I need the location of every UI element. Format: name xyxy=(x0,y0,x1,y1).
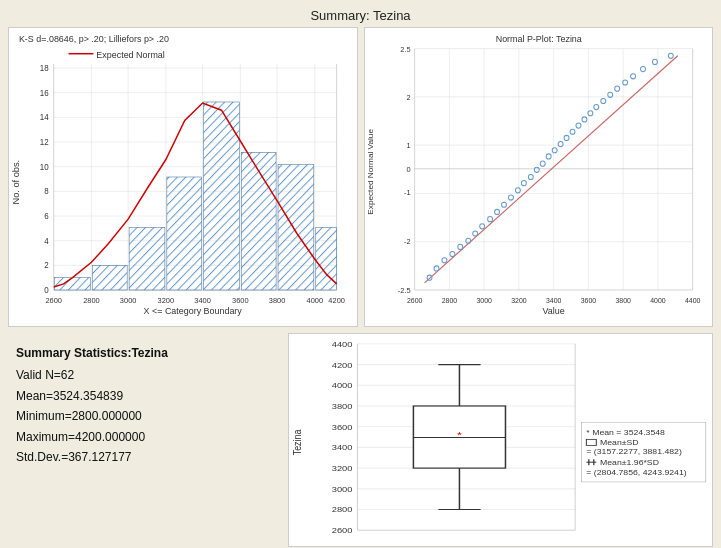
svg-text:3000: 3000 xyxy=(332,485,353,494)
ppplot-title: Normal P-Plot: Tezina xyxy=(495,34,582,44)
svg-text:10: 10 xyxy=(40,163,49,172)
svg-text:0: 0 xyxy=(44,286,49,295)
svg-text:-1: -1 xyxy=(404,188,411,197)
boxplot-panel: Tezina 4400 4200 4000 3800 3600 xyxy=(288,333,713,547)
svg-text:4400: 4400 xyxy=(332,340,353,349)
svg-text:18: 18 xyxy=(40,64,49,73)
svg-rect-43 xyxy=(129,227,165,290)
svg-text:*: * xyxy=(457,429,463,440)
svg-text:3600: 3600 xyxy=(580,297,596,304)
svg-text:6: 6 xyxy=(44,212,49,221)
stats-title: Summary Statistics:Tezina xyxy=(16,343,280,363)
svg-text:4200: 4200 xyxy=(328,296,345,305)
stats-minimum: Minimum=2800.000000 xyxy=(16,406,280,426)
svg-text:Mean±SD: Mean±SD xyxy=(600,439,639,447)
svg-text:3000: 3000 xyxy=(120,296,137,305)
svg-text:0: 0 xyxy=(406,165,410,174)
svg-text:3600: 3600 xyxy=(232,296,249,305)
svg-text:2.5: 2.5 xyxy=(400,45,410,54)
svg-text:3200: 3200 xyxy=(158,296,175,305)
svg-text:4: 4 xyxy=(44,237,49,246)
legend-text: Expected Normal xyxy=(96,50,164,60)
svg-text:= (2804.7856, 4243.9241): = (2804.7856, 4243.9241) xyxy=(586,469,687,477)
ppplot-y-label: Expected Normal Value xyxy=(366,128,375,214)
svg-text:* Mean = 3524.3548: * Mean = 3524.3548 xyxy=(586,428,665,436)
svg-text:-2: -2 xyxy=(404,237,411,246)
svg-text:3600: 3600 xyxy=(332,423,353,432)
svg-text:2800: 2800 xyxy=(83,296,100,305)
svg-text:4400: 4400 xyxy=(684,297,700,304)
svg-text:3000: 3000 xyxy=(476,297,492,304)
svg-text:3200: 3200 xyxy=(332,464,353,473)
svg-text:2600: 2600 xyxy=(332,526,353,535)
svg-text:= (3157.2277, 3881.482): = (3157.2277, 3881.482) xyxy=(586,448,682,456)
svg-rect-149 xyxy=(586,440,596,446)
svg-text:2800: 2800 xyxy=(441,297,457,304)
svg-text:4000: 4000 xyxy=(650,297,666,304)
page-title: Summary: Tezina xyxy=(0,0,721,27)
svg-text:3400: 3400 xyxy=(194,296,211,305)
ppplot-panel: Normal P-Plot: Tezina Expected Normal Va… xyxy=(364,27,714,327)
svg-text:3200: 3200 xyxy=(511,297,527,304)
svg-rect-47 xyxy=(278,165,314,290)
svg-text:2600: 2600 xyxy=(406,297,422,304)
stats-mean: Mean=3524.354839 xyxy=(16,386,280,406)
svg-text:4000: 4000 xyxy=(307,296,324,305)
svg-text:12: 12 xyxy=(40,138,49,147)
svg-text:3400: 3400 xyxy=(332,443,353,452)
stats-valid-n: Valid N=62 xyxy=(16,365,280,385)
ks-text: K-S d=.08646, p> .20; Lilliefors p> .20 xyxy=(19,34,169,44)
svg-text:3400: 3400 xyxy=(545,297,561,304)
svg-rect-41 xyxy=(55,278,91,290)
stats-panel: Summary Statistics:Tezina Valid N=62 Mea… xyxy=(8,333,288,547)
stats-std-dev: Std.Dev.=367.127177 xyxy=(16,447,280,467)
x-axis-label: X <= Category Boundary xyxy=(144,306,243,316)
svg-text:1: 1 xyxy=(406,141,410,150)
svg-text:3800: 3800 xyxy=(332,402,353,411)
svg-rect-49 xyxy=(365,28,713,326)
svg-text:3800: 3800 xyxy=(615,297,631,304)
svg-text:14: 14 xyxy=(40,113,49,122)
svg-text:16: 16 xyxy=(40,89,49,98)
svg-text:2: 2 xyxy=(44,261,49,270)
svg-text:4000: 4000 xyxy=(332,381,353,390)
svg-text:-2.5: -2.5 xyxy=(397,286,410,295)
y-axis-label: No. of obs. xyxy=(11,160,21,205)
svg-text:3800: 3800 xyxy=(269,296,286,305)
svg-text:2: 2 xyxy=(406,93,410,102)
svg-rect-44 xyxy=(167,177,202,290)
svg-rect-42 xyxy=(92,265,127,290)
histogram-panel: K-S d=.08646, p> .20; Lilliefors p> .20 … xyxy=(8,27,358,327)
svg-rect-46 xyxy=(241,152,276,290)
svg-text:4200: 4200 xyxy=(332,360,353,369)
boxplot-y-label: Tezina xyxy=(291,429,303,455)
svg-text:8: 8 xyxy=(44,187,49,196)
ppplot-x-label: Value xyxy=(542,306,564,316)
stats-maximum: Maximum=4200.000000 xyxy=(16,427,280,447)
svg-text:2600: 2600 xyxy=(45,296,62,305)
svg-text:2800: 2800 xyxy=(332,505,353,514)
svg-text:Mean±1.96*SD: Mean±1.96*SD xyxy=(600,459,659,467)
